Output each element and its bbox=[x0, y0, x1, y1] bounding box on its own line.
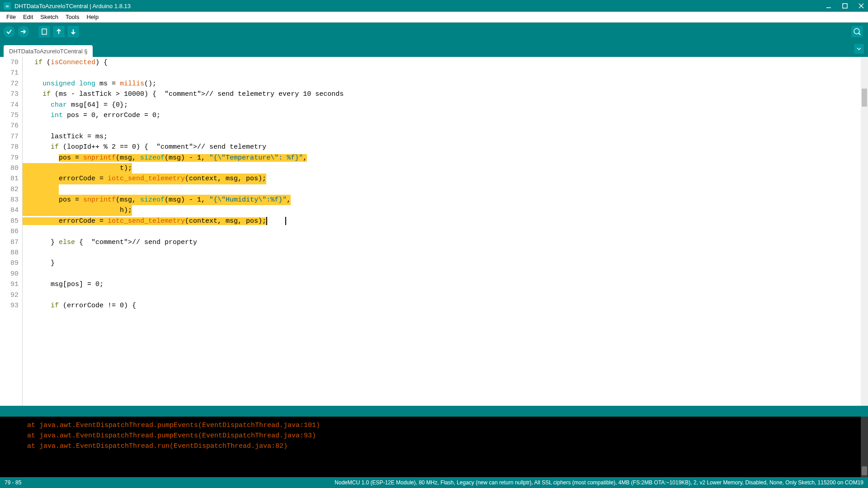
minimize-button[interactable] bbox=[826, 3, 832, 9]
maximize-button[interactable] bbox=[842, 3, 848, 9]
console-line: at java.awt.EventDispatchThread.run(Even… bbox=[27, 441, 868, 451]
svg-line-9 bbox=[859, 33, 860, 35]
code-line[interactable]: pos = snprintf(msg, sizeof(msg) - 1, "{\… bbox=[26, 153, 868, 163]
code-line[interactable]: if (isConnected) { bbox=[26, 57, 868, 68]
arduino-app-icon: ∞ bbox=[4, 2, 11, 9]
verify-button[interactable] bbox=[3, 25, 15, 38]
code-text-area[interactable]: if (isConnected) { unsigned long ms = mi… bbox=[23, 57, 868, 406]
code-line[interactable] bbox=[26, 290, 868, 300]
code-line[interactable]: msg[pos] = 0; bbox=[26, 279, 868, 290]
menu-edit[interactable]: Edit bbox=[19, 13, 37, 21]
code-line[interactable] bbox=[26, 184, 868, 195]
code-line[interactable]: int pos = 0, errorCode = 0; bbox=[26, 110, 868, 121]
code-line[interactable]: char msg[64] = {0}; bbox=[26, 100, 868, 110]
tab-bar: DHTDataToAzureIoTCentral § bbox=[0, 41, 868, 57]
code-line[interactable]: } bbox=[26, 258, 868, 268]
close-button[interactable] bbox=[858, 3, 864, 9]
serial-monitor-button[interactable] bbox=[851, 25, 863, 38]
svg-rect-1 bbox=[843, 4, 847, 8]
tab-menu-button[interactable] bbox=[854, 43, 864, 54]
window-title: DHTDataToAzureIoTCentral | Arduino 1.8.1… bbox=[14, 3, 131, 9]
code-line[interactable]: if (errorCode != 0) { bbox=[26, 300, 868, 311]
open-sketch-button[interactable] bbox=[52, 25, 65, 38]
code-line[interactable] bbox=[26, 269, 868, 279]
tab-active[interactable]: DHTDataToAzureIoTCentral § bbox=[4, 45, 93, 57]
code-line[interactable]: errorCode = iotc_send_telemetry(context,… bbox=[26, 174, 868, 184]
code-line[interactable] bbox=[26, 121, 868, 131]
editor-scrollbar-thumb[interactable] bbox=[862, 89, 867, 107]
svg-rect-5 bbox=[42, 29, 47, 34]
code-editor[interactable]: 7071727374757677787980818283848586878889… bbox=[0, 57, 868, 406]
window-titlebar: ∞ DHTDataToAzureIoTCentral | Arduino 1.8… bbox=[0, 0, 868, 12]
message-bar bbox=[0, 406, 868, 417]
code-line[interactable]: unsigned long ms = millis(); bbox=[26, 79, 868, 89]
status-selection-range: 79 - 85 bbox=[5, 479, 21, 486]
code-line[interactable] bbox=[26, 68, 868, 78]
status-bar: 79 - 85 NodeMCU 1.0 (ESP-12E Module), 80… bbox=[0, 477, 868, 488]
editor-scrollbar[interactable] bbox=[861, 57, 868, 406]
output-console[interactable]: at java.awt.EventDispatchThread.pumpEven… bbox=[0, 417, 868, 477]
code-line[interactable]: lastTick = ms; bbox=[26, 131, 868, 142]
console-line: at java.awt.EventDispatchThread.pumpEven… bbox=[27, 431, 868, 441]
menu-help[interactable]: Help bbox=[83, 13, 102, 21]
status-board-info: NodeMCU 1.0 (ESP-12E Module), 80 MHz, Fl… bbox=[335, 479, 863, 486]
menu-bar: File Edit Sketch Tools Help bbox=[0, 12, 868, 23]
menu-sketch[interactable]: Sketch bbox=[37, 13, 62, 21]
console-scrollbar-thumb[interactable] bbox=[862, 466, 867, 475]
text-caret-icon bbox=[285, 217, 286, 225]
code-line[interactable]: } else { "comment">// send property bbox=[26, 237, 868, 248]
line-number-gutter: 7071727374757677787980818283848586878889… bbox=[0, 57, 23, 406]
code-line[interactable]: h); bbox=[26, 205, 868, 216]
upload-button[interactable] bbox=[17, 25, 30, 38]
code-line[interactable]: pos = snprintf(msg, sizeof(msg) - 1, "{\… bbox=[26, 195, 868, 205]
code-line[interactable]: errorCode = iotc_send_telemetry(context,… bbox=[26, 216, 868, 226]
code-line[interactable]: if (loopId++ % 2 == 0) { "comment">// se… bbox=[26, 142, 868, 152]
code-line[interactable]: if (ms - lastTick > 10000) { "comment">/… bbox=[26, 89, 868, 99]
console-line: at java.awt.EventDispatchThread.pumpEven… bbox=[27, 420, 868, 431]
code-line[interactable] bbox=[26, 248, 868, 258]
code-line[interactable] bbox=[26, 226, 868, 237]
menu-file[interactable]: File bbox=[3, 13, 19, 21]
menu-tools[interactable]: Tools bbox=[62, 13, 83, 21]
save-sketch-button[interactable] bbox=[67, 25, 80, 38]
console-scrollbar[interactable] bbox=[861, 417, 868, 477]
new-sketch-button[interactable] bbox=[38, 25, 51, 38]
code-line[interactable]: t); bbox=[26, 163, 868, 174]
toolbar bbox=[0, 23, 868, 41]
